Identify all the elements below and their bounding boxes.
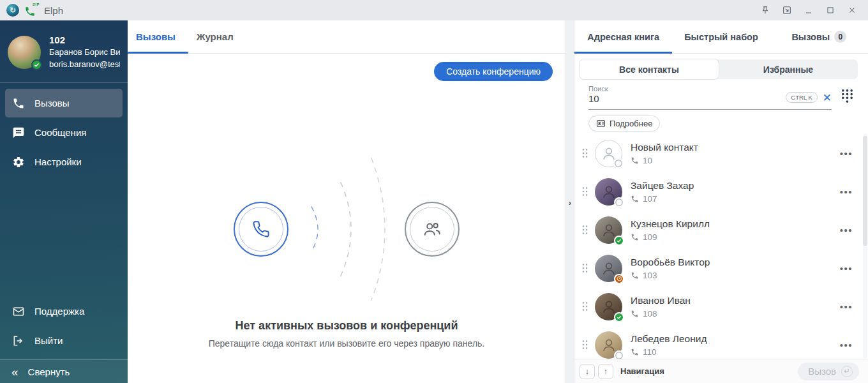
call-button-label: Вызов	[808, 366, 836, 377]
contact-avatar	[595, 216, 622, 244]
sidebar-item-label: Поддержка	[34, 306, 84, 317]
user-email: boris.baranov@testin…	[49, 59, 120, 70]
details-button[interactable]: Подробнее	[588, 116, 660, 131]
search-row: Поиск 10 CTRL K ✕	[588, 83, 854, 110]
dialpad-icon[interactable]	[841, 88, 854, 103]
tab-label: Адресная книга	[587, 32, 659, 42]
user-extension: 102	[49, 34, 120, 47]
user-profile[interactable]: 102 Баранов Борис Вик… boris.baranov@tes…	[0, 20, 128, 83]
sidebar-item-label: Сообщения	[34, 127, 86, 138]
contact-avatar	[595, 178, 622, 206]
tab-journal[interactable]: Журнал	[188, 20, 246, 53]
status-badge	[613, 158, 624, 169]
sidebar-item-calls[interactable]: Вызовы	[5, 89, 123, 117]
sidebar: 102 Баранов Борис Вик… boris.baranov@tes…	[0, 20, 128, 383]
collapse-sidebar-button[interactable]: « Свернуть	[0, 359, 128, 383]
tab-speed-dial[interactable]: Быстрый набор	[672, 20, 770, 53]
empty-state-subtitle: Перетащите сюда контакт или вызовите его…	[128, 338, 565, 349]
empty-state: Нет активных вызовов и конференций Перет…	[128, 156, 565, 349]
contact-row[interactable]: Зайцев Захар 107 •••	[574, 172, 868, 211]
search-input[interactable]: Поиск 10 CTRL K ✕	[588, 83, 832, 110]
sidebar-item-messages[interactable]: Сообщения	[5, 118, 123, 147]
minimize-icon[interactable]	[800, 2, 817, 19]
status-badge	[614, 312, 624, 322]
contact-menu-button[interactable]: •••	[840, 299, 853, 315]
contact-menu-button[interactable]: •••	[840, 260, 853, 276]
contacts-segmented-control: Все контакты Избранные	[580, 59, 858, 79]
contact-card-icon	[596, 119, 606, 128]
sidebar-item-logout[interactable]: Выйти	[5, 326, 123, 355]
double-chevron-left-icon: «	[11, 366, 19, 378]
drag-handle-icon[interactable]	[582, 301, 590, 312]
pin-icon[interactable]	[757, 2, 774, 19]
phone-icon	[631, 233, 639, 241]
segment-label: Все контакты	[619, 64, 679, 75]
right-tab-bar: Адресная книга Быстрый набор Вызовы 0	[574, 20, 868, 54]
call-button[interactable]: Вызов ↵	[798, 363, 859, 380]
window-title: Elph	[44, 5, 63, 16]
phone-circle-icon	[234, 202, 288, 257]
contact-row[interactable]: Воробьёв Виктор 103 •••	[574, 249, 868, 287]
status-badge	[614, 197, 624, 207]
tab-calls-right[interactable]: Вызовы 0	[770, 20, 868, 53]
expand-panel-handle[interactable]: ›	[566, 197, 574, 208]
status-badge	[614, 274, 624, 284]
segment-all-contacts[interactable]: Все контакты	[580, 59, 719, 79]
drag-handle-icon[interactable]	[582, 263, 590, 273]
scrollbar-thumb[interactable]	[863, 136, 867, 246]
main-tab-bar: Вызовы Журнал	[128, 20, 565, 54]
contact-row[interactable]: Лебедев Леонид 110 •••	[574, 326, 868, 359]
tab-label: Вызовы	[791, 32, 830, 42]
contact-number: 103	[643, 271, 657, 280]
tab-address-book[interactable]: Адресная книга	[574, 20, 672, 53]
tab-calls[interactable]: Вызовы	[128, 20, 188, 53]
user-avatar	[8, 36, 41, 69]
nav-up-button[interactable]: ↑	[598, 364, 613, 379]
panel-divider: ›	[565, 20, 574, 383]
contact-name: Воробьёв Виктор	[631, 256, 840, 269]
search-value: 10	[588, 93, 786, 105]
user-status-badge	[31, 59, 42, 70]
sidebar-item-support[interactable]: Поддержка	[5, 297, 123, 326]
contact-list-scrollbar[interactable]	[863, 134, 867, 359]
contact-number: 108	[643, 309, 657, 319]
drag-handle-icon[interactable]	[582, 186, 590, 197]
phone-icon	[631, 271, 639, 280]
segment-favorites[interactable]: Избранные	[719, 59, 858, 79]
drag-handle-icon[interactable]	[582, 340, 590, 350]
contact-avatar	[595, 293, 622, 320]
maximize-icon[interactable]	[822, 2, 839, 19]
drag-handle-icon[interactable]	[582, 225, 590, 235]
contact-row[interactable]: Новый контакт 10 •••	[574, 134, 868, 172]
contact-menu-button[interactable]: •••	[840, 337, 853, 353]
create-conference-button[interactable]: Создать конференцию	[434, 62, 553, 81]
logout-icon	[11, 334, 26, 348]
navigation-label: Навигация	[620, 366, 664, 376]
people-circle-icon	[405, 202, 460, 257]
contact-menu-button[interactable]: •••	[840, 184, 853, 200]
contact-number: 107	[643, 194, 657, 204]
contact-row[interactable]: Кузнецов Кирилл 109 •••	[574, 211, 868, 249]
right-panel: Адресная книга Быстрый набор Вызовы 0 Вс…	[574, 20, 868, 383]
nav-down-button[interactable]: ↓	[580, 364, 595, 379]
close-icon[interactable]	[844, 2, 860, 19]
phone-icon	[631, 156, 639, 165]
clear-search-icon[interactable]: ✕	[823, 93, 832, 103]
titlebar: ↻ SIP Elph	[0, 0, 868, 20]
sip-label: SIP	[33, 3, 40, 6]
contact-menu-button[interactable]: •••	[840, 222, 853, 238]
phone-icon	[11, 96, 26, 110]
contact-menu-button[interactable]: •••	[840, 146, 853, 161]
app-logo-icon: ↻	[6, 4, 19, 17]
sip-phone-icon: SIP	[24, 3, 38, 17]
contact-row[interactable]: Иванов Иван 108 •••	[574, 287, 868, 326]
popout-icon[interactable]	[779, 2, 795, 19]
tab-label: Вызовы	[136, 31, 176, 42]
sidebar-item-label: Выйти	[34, 335, 63, 346]
main-panel: Вызовы Журнал Создать конференцию Нет ак…	[128, 20, 565, 383]
drag-handle-icon[interactable]	[582, 148, 590, 158]
contact-number: 109	[643, 232, 657, 242]
phone-icon	[631, 348, 639, 356]
sidebar-item-settings[interactable]: Настройки	[5, 147, 123, 176]
sidebar-item-label: Настройки	[34, 156, 82, 167]
